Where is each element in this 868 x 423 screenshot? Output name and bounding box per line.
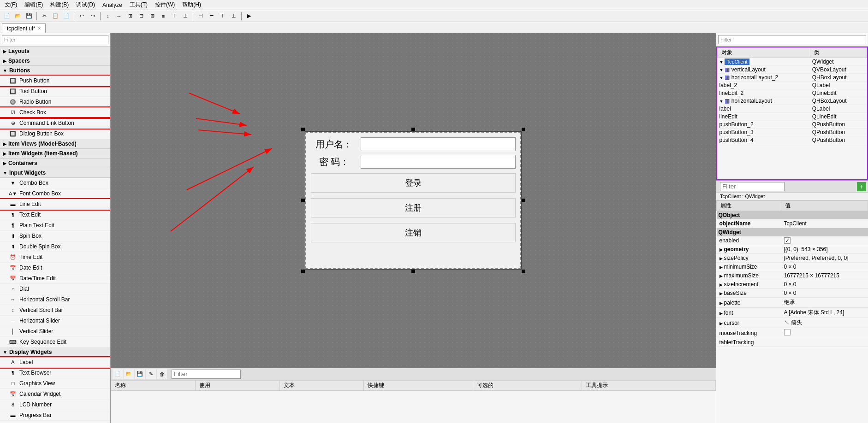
widget-item-spin-box[interactable]: ⬆ Spin Box xyxy=(0,231,110,241)
action-edit-btn[interactable]: ✎ xyxy=(146,369,156,379)
toolbar-cut-btn[interactable]: ✂ xyxy=(39,11,49,21)
toolbar-align3-btn[interactable]: ⊤ xyxy=(218,11,228,21)
menu-item-tools[interactable]: 工具(T) xyxy=(127,0,150,10)
property-add-btn[interactable]: + xyxy=(857,182,866,191)
widget-item-radio-button[interactable]: 🔘 Radio Button xyxy=(0,97,110,107)
toolbar-mode7-btn[interactable]: ⊤ xyxy=(169,11,179,21)
widget-item-check-box[interactable]: ☑ Check Box xyxy=(0,107,110,118)
widget-item-lcd-number[interactable]: 8 LCD Number xyxy=(0,400,110,410)
widget-item-datetime-edit[interactable]: 📅 Date/Time Edit xyxy=(0,273,110,284)
toolbar-mode2-btn[interactable]: ↔ xyxy=(114,11,124,21)
menu-item-controls[interactable]: 控件(W) xyxy=(152,0,178,10)
tab-close-btn[interactable]: × xyxy=(38,26,41,31)
toolbar-mode6-btn[interactable]: ≡ xyxy=(158,11,168,21)
category-item-widgets[interactable]: ▶ Item Widgets (Item-Based) xyxy=(0,149,110,159)
toolbar-new-btn[interactable]: 📄 xyxy=(2,11,12,21)
toolbar-redo-btn[interactable]: ↪ xyxy=(88,11,98,21)
toolbar-mode4-btn[interactable]: ⊟ xyxy=(136,11,146,21)
widget-item-combo-box[interactable]: ▼ Combo Box xyxy=(0,178,110,188)
widget-item-label[interactable]: A Label xyxy=(0,357,110,368)
toolbar-mode3-btn[interactable]: ⊞ xyxy=(125,11,135,21)
category-buttons[interactable]: ▼ Buttons xyxy=(0,66,110,76)
widget-item-text-edit[interactable]: ¶ Text Edit xyxy=(0,210,110,220)
category-input-widgets[interactable]: ▼ Input Widgets xyxy=(0,168,110,178)
menu-item-edit[interactable]: 编辑(E) xyxy=(22,0,46,10)
canvas-area[interactable]: 用户名： 密 码： 登录 注册 注销 xyxy=(111,33,716,368)
prop-row-mousetracking[interactable]: mouseTracking xyxy=(717,328,868,338)
toolbar-align2-btn[interactable]: ⊢ xyxy=(207,11,217,21)
tree-row-pushbtn4[interactable]: pushButton_4 QPushButton xyxy=(718,136,867,144)
login-button[interactable]: 登录 xyxy=(311,173,516,193)
action-new-btn[interactable]: 📄 xyxy=(113,369,123,379)
tree-row-line-edit[interactable]: lineEdit QLineEdit xyxy=(718,113,867,121)
widget-item-double-spin-box[interactable]: ⬆ Double Spin Box xyxy=(0,241,110,252)
widget-filter-input[interactable] xyxy=(2,35,108,44)
handle-br[interactable] xyxy=(522,270,525,273)
menu-item-debug[interactable]: 调试(D) xyxy=(73,0,98,10)
menu-item-help[interactable]: 帮助(H) xyxy=(179,0,204,10)
register-button[interactable]: 注册 xyxy=(311,198,516,217)
tree-row-h-layout[interactable]: ▼▥ horizontalLayout QHBoxLayout xyxy=(718,97,867,105)
toolbar-preview-btn[interactable]: ▶ xyxy=(244,11,254,21)
widget-item-dialog-button-box[interactable]: 🔲 Dialog Button Box xyxy=(0,129,110,139)
prop-row-tablettracking[interactable]: tabletTracking xyxy=(717,338,868,347)
handle-tl[interactable] xyxy=(301,128,305,131)
tree-row-h-layout2[interactable]: ▼▥ horizontalLayout_2 QHBoxLayout xyxy=(718,74,867,82)
object-filter-input[interactable] xyxy=(718,35,866,44)
widget-item-font-combo-box[interactable]: A▼ Font Combo Box xyxy=(0,188,110,199)
widget-item-v-scroll-bar[interactable]: ↕ Vertical Scroll Bar xyxy=(0,305,110,316)
menu-item-file[interactable]: 文(F) xyxy=(2,0,20,10)
tree-row-pushbtn3[interactable]: pushButton_3 QPushButton xyxy=(718,129,867,136)
handle-mr[interactable] xyxy=(522,199,525,202)
handle-bl[interactable] xyxy=(301,270,305,273)
prop-row-palette[interactable]: ▶palette 继承 xyxy=(717,298,868,308)
category-display-widgets[interactable]: ▼ Display Widgets xyxy=(0,347,110,357)
widget-item-line-edit[interactable]: ▬ Line Edit xyxy=(0,199,110,210)
tree-row-pushbtn2[interactable]: pushButton_2 QPushButton xyxy=(718,121,867,129)
enabled-checkbox[interactable]: ✓ xyxy=(784,237,791,244)
toolbar-save-btn[interactable]: 💾 xyxy=(24,11,34,21)
menu-item-build[interactable]: 构建(B) xyxy=(48,0,71,10)
prop-row-basesize[interactable]: ▶baseSize 0 × 0 xyxy=(717,289,868,298)
category-containers[interactable]: ▶ Containers xyxy=(0,159,110,168)
username-input[interactable] xyxy=(361,137,516,151)
prop-mousetracking-value[interactable] xyxy=(781,328,868,338)
toolbar-mode8-btn[interactable]: ⊥ xyxy=(180,11,190,21)
prop-row-enabled[interactable]: enabled ✓ xyxy=(717,236,868,245)
toolbar-copy-btn[interactable]: 📋 xyxy=(50,11,60,21)
prop-row-cursor[interactable]: ▶cursor ↖ 箭头 xyxy=(717,318,868,328)
widget-item-text-browser[interactable]: ¶ Text Browser xyxy=(0,368,110,378)
widget-item-key-sequence-edit[interactable]: ⌨ Key Sequence Edit xyxy=(0,337,110,347)
prop-enabled-value[interactable]: ✓ xyxy=(781,236,868,245)
action-save-btn[interactable]: 💾 xyxy=(135,369,145,379)
widget-item-time-edit[interactable]: ⏰ Time Edit xyxy=(0,252,110,263)
toolbar-mode1-btn[interactable]: ↕ xyxy=(103,11,113,21)
menu-item-analyze[interactable]: Analyze xyxy=(100,1,125,9)
action-filter-input[interactable] xyxy=(172,370,241,379)
handle-ml[interactable] xyxy=(301,199,305,202)
property-filter-input[interactable] xyxy=(720,182,785,191)
handle-bm[interactable] xyxy=(411,270,415,273)
form-widget[interactable]: 用户名： 密 码： 登录 注册 注销 xyxy=(305,131,522,270)
prop-row-font[interactable]: ▶font A [Adobe 宋体 Std L, 24] xyxy=(717,308,868,318)
handle-tr[interactable] xyxy=(522,128,525,131)
tree-row-tcpclient[interactable]: ▼TcpClient QWidget xyxy=(718,58,867,66)
widget-item-calendar[interactable]: 📅 Calendar Widget xyxy=(0,389,110,400)
toolbar-mode5-btn[interactable]: ⊠ xyxy=(147,11,157,21)
tree-row-label2[interactable]: label_2 QLabel xyxy=(718,82,867,89)
prop-row-sizepolicy[interactable]: ▶sizePolicy [Preferred, Preferred, 0, 0] xyxy=(717,254,868,263)
tab-tcpclient[interactable]: tcpclient.ui* × xyxy=(2,24,46,33)
widget-item-v-slider[interactable]: │ Vertical Slider xyxy=(0,326,110,337)
prop-row-minsize[interactable]: ▶minimumSize 0 × 0 xyxy=(717,263,868,271)
widget-item-progress-bar[interactable]: ▬ Progress Bar xyxy=(0,410,110,421)
prop-objectname-value[interactable]: TcpClient xyxy=(781,219,868,228)
prop-row-objectname[interactable]: objectName TcpClient xyxy=(717,219,868,228)
category-item-views[interactable]: ▶ Item Views (Model-Based) xyxy=(0,139,110,149)
category-spacers[interactable]: ▶ Spacers xyxy=(0,56,110,66)
mousetracking-checkbox[interactable] xyxy=(784,329,791,335)
action-delete-btn[interactable]: 🗑 xyxy=(157,369,167,379)
prop-row-sizeincrement[interactable]: ▶sizeIncrement 0 × 0 xyxy=(717,280,868,289)
widget-item-dial[interactable]: ○ Dial xyxy=(0,284,110,294)
prop-row-geometry[interactable]: ▶geometry [(0, 0), 543 × 356] xyxy=(717,245,868,254)
toolbar-align4-btn[interactable]: ⊥ xyxy=(229,11,239,21)
